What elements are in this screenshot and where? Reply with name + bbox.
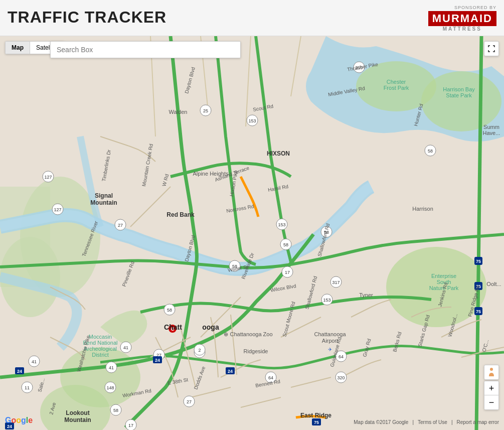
map-container: ⊘ 75 75 75 319	[0, 36, 504, 430]
svg-text:Have...: Have...	[483, 130, 500, 136]
fullscreen-icon	[487, 45, 495, 53]
svg-text:75: 75	[476, 309, 481, 314]
terms-link[interactable]: Terms of Use	[418, 419, 447, 425]
page-header: TRAFFIC TRACKER SPONSORED BY MURMAID MAT…	[0, 0, 504, 36]
svg-text:27: 27	[118, 223, 123, 228]
svg-text:District: District	[92, 352, 109, 358]
map-button[interactable]: Map	[6, 42, 30, 54]
svg-text:58: 58	[428, 149, 433, 154]
svg-text:Chester: Chester	[387, 79, 406, 85]
svg-text:64: 64	[339, 354, 344, 359]
svg-text:Moccasin: Moccasin	[89, 334, 112, 340]
svg-text:Oolt...: Oolt...	[486, 281, 501, 287]
svg-text:148: 148	[106, 385, 114, 390]
zoom-controls: + −	[484, 381, 499, 410]
svg-text:58: 58	[113, 408, 118, 413]
svg-text:2: 2	[198, 348, 201, 353]
svg-text:127: 127	[44, 175, 52, 180]
map-footer: Map data ©2017 Google | Terms of Use | R…	[354, 419, 499, 425]
sponsored-by-label: SPONSORED BY	[428, 5, 496, 10]
svg-text:Frost Park: Frost Park	[384, 85, 409, 91]
svg-text:✈: ✈	[328, 347, 332, 352]
svg-text:HIXSON: HIXSON	[267, 150, 290, 157]
svg-text:Archeological: Archeological	[84, 346, 117, 352]
svg-text:Chatt: Chatt	[164, 323, 182, 331]
svg-point-164	[490, 368, 493, 371]
svg-text:153: 153	[278, 222, 285, 227]
svg-text:Walden: Walden	[169, 109, 188, 115]
svg-text:27: 27	[187, 399, 192, 404]
sponsor-logo: MURMAID MATTRESS	[428, 11, 496, 32]
svg-text:58: 58	[283, 242, 288, 247]
svg-text:75: 75	[314, 420, 319, 425]
svg-point-8	[421, 71, 501, 131]
svg-text:Chattanooga: Chattanooga	[314, 331, 347, 337]
svg-text:Red Bank: Red Bank	[166, 211, 195, 218]
map-data-text: Map data ©2017 Google	[354, 419, 408, 425]
sponsor-block: SPONSORED BY MURMAID MATTRESS	[428, 5, 496, 32]
svg-text:24: 24	[228, 369, 233, 374]
svg-text:41: 41	[123, 345, 128, 350]
separator: |	[412, 419, 414, 425]
svg-text:Tyner: Tyner	[359, 292, 373, 298]
svg-text:ooga: ooga	[202, 323, 219, 331]
svg-text:Harrison Bay: Harrison Bay	[443, 86, 475, 92]
svg-text:11: 11	[25, 385, 30, 390]
google-logo: Google	[5, 416, 33, 425]
fullscreen-button[interactable]	[484, 41, 499, 56]
svg-text:75: 75	[476, 259, 481, 264]
report-link[interactable]: Report a map error	[457, 419, 499, 425]
svg-text:153: 153	[323, 298, 330, 303]
svg-rect-3	[0, 187, 50, 287]
svg-text:24: 24	[155, 358, 160, 363]
svg-text:153: 153	[248, 118, 256, 123]
svg-text:Mountain: Mountain	[64, 416, 91, 423]
street-view-button[interactable]	[484, 365, 499, 380]
svg-text:25: 25	[203, 108, 208, 113]
zoom-in-button[interactable]: +	[484, 381, 498, 395]
svg-text:Summ: Summ	[483, 124, 499, 130]
zoom-out-button[interactable]: −	[484, 395, 498, 409]
svg-text:Lookout: Lookout	[66, 409, 89, 416]
svg-text:17: 17	[128, 423, 133, 428]
svg-text:41: 41	[32, 359, 37, 364]
svg-text:⊕ Chattanooga Zoo: ⊕ Chattanooga Zoo	[224, 331, 272, 337]
svg-text:State Park: State Park	[446, 92, 472, 98]
svg-text:East Ridge: East Ridge	[300, 412, 331, 419]
svg-text:Harrison: Harrison	[412, 206, 433, 212]
svg-text:Signal: Signal	[95, 192, 113, 199]
svg-text:24: 24	[17, 369, 22, 374]
svg-text:127: 127	[54, 207, 61, 212]
page-title: TRAFFIC TRACKER	[8, 5, 166, 25]
svg-text:17: 17	[285, 270, 290, 275]
person-icon	[486, 367, 496, 377]
svg-text:Enterprise: Enterprise	[431, 273, 456, 279]
svg-text:Mountain: Mountain	[90, 199, 117, 206]
separator2: |	[451, 419, 453, 425]
sponsor-name: MURMAID	[428, 11, 496, 26]
svg-text:41: 41	[109, 365, 114, 370]
search-box-container	[50, 41, 241, 58]
sponsor-sub: MATTRESS	[443, 26, 482, 32]
svg-text:317: 317	[332, 280, 340, 285]
svg-text:58: 58	[167, 308, 172, 313]
svg-text:Ridgeside: Ridgeside	[244, 348, 268, 354]
svg-text:320: 320	[337, 375, 345, 380]
search-input[interactable]	[50, 41, 241, 58]
